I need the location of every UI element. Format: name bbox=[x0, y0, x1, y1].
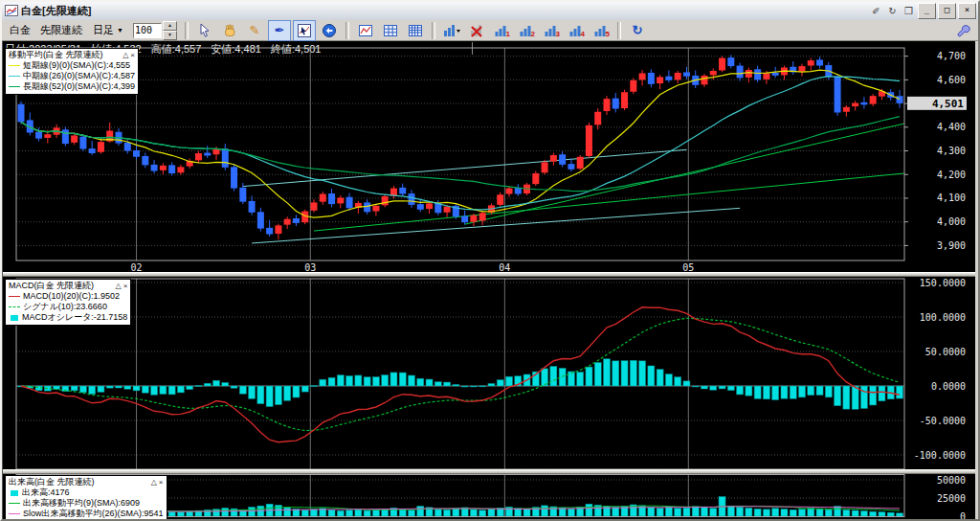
svg-text:4,501: 4,501 bbox=[932, 98, 964, 110]
sma52-swatch bbox=[9, 86, 20, 87]
svg-text:-50.0000: -50.0000 bbox=[920, 416, 966, 426]
series-label: 先限連続 bbox=[40, 23, 82, 37]
chevron-down-icon: ▼ bbox=[117, 27, 123, 34]
ma-legend-title: 移動平均(白金 先限連続) bbox=[9, 50, 103, 60]
legend-close-icon[interactable]: × bbox=[123, 281, 128, 291]
remove-indicator-button[interactable] bbox=[465, 20, 488, 41]
toolbar-separator bbox=[617, 22, 621, 39]
macd-line-swatch bbox=[9, 296, 20, 297]
bars-count-spinner[interactable]: ▲▼ bbox=[133, 21, 177, 40]
reload-icon: ↻ bbox=[632, 24, 642, 36]
pencil-draw-button[interactable]: ✎ bbox=[243, 20, 266, 41]
svg-text:100.0000: 100.0000 bbox=[920, 312, 966, 323]
volume-legend-title: 出来高(白金 先限連続) bbox=[9, 477, 95, 487]
grid-layout-button[interactable] bbox=[379, 20, 402, 41]
svg-text:4,400: 4,400 bbox=[937, 122, 966, 132]
svg-text:0: 0 bbox=[960, 511, 966, 520]
volume-legend-box[interactable]: 出来高(白金 先限連続) △× 出来高:4176 出来高移動平均(9)(SMA)… bbox=[5, 475, 167, 521]
volume-ma26-value: Slow出来高移動平均(26)(SMA):9541 bbox=[23, 509, 164, 519]
sma9-swatch bbox=[9, 65, 20, 66]
svg-text:50000: 50000 bbox=[937, 475, 966, 486]
toolbar-separator bbox=[432, 22, 435, 39]
main-candlestick-chart-canvas[interactable]: 4,7004,6004,5004,4004,3004,2004,1004,000… bbox=[3, 46, 973, 274]
ma-legend-box[interactable]: 移動平均(白金 先限連続) △× 短期線(9)(0)(SMA)(C):4,555… bbox=[5, 48, 139, 95]
spin-down-icon[interactable]: ▼ bbox=[163, 31, 177, 40]
app-chart-icon bbox=[5, 3, 18, 20]
period-dropdown[interactable]: 日足▼ bbox=[91, 22, 125, 38]
oscillator-value: MACDオシレータ:-21.7158 bbox=[22, 312, 127, 323]
legend-minimize-icon[interactable]: △ bbox=[116, 281, 122, 291]
hand-pan-button[interactable] bbox=[218, 20, 241, 41]
draw-tool-icon[interactable]: ✐ bbox=[869, 5, 883, 18]
chart-layout-5-button[interactable]: 5 bbox=[590, 20, 612, 41]
macd-value: MACD(10)(20)(C):1.9502 bbox=[23, 291, 120, 302]
signal-line-swatch bbox=[9, 306, 20, 307]
sma9-value: 短期線(9)(0)(SMA)(C):4,555 bbox=[23, 60, 130, 71]
volume-swatch bbox=[11, 490, 18, 496]
bars-count-input[interactable] bbox=[133, 23, 162, 38]
oscillator-swatch bbox=[11, 315, 18, 321]
chart-region: 日付:2023/05/31始値:4,532高値:4,557安値:4,481終値:… bbox=[2, 41, 975, 521]
volume-value: 出来高:4176 bbox=[22, 487, 70, 498]
navigate-back-button[interactable] bbox=[318, 20, 341, 41]
spin-up-icon[interactable]: ▲ bbox=[163, 21, 177, 31]
svg-text:4,000: 4,000 bbox=[937, 216, 966, 227]
sma26-swatch bbox=[9, 76, 20, 77]
chart-layout-2-button[interactable]: 2 bbox=[515, 20, 538, 41]
svg-text:4,700: 4,700 bbox=[937, 51, 966, 61]
new-chart-panel-button[interactable] bbox=[354, 20, 377, 41]
pencil-icon: ✎ bbox=[249, 24, 259, 36]
pen-annotate-button[interactable]: ✒ bbox=[268, 20, 291, 41]
toolbar-separator bbox=[345, 22, 349, 39]
macd-chart-canvas[interactable]: 150.0000100.000050.00000.0000-50.0000-10… bbox=[3, 277, 973, 471]
sma52-value: 長期線(52)(0)(SMA)(C):4,399 bbox=[23, 81, 135, 92]
settings-wrench-icon[interactable] bbox=[956, 24, 970, 42]
refresh-window-icon[interactable]: ↻ bbox=[885, 5, 900, 18]
svg-text:150.0000: 150.0000 bbox=[920, 278, 966, 288]
macd-legend-title: MACD(白金 先限連続) bbox=[9, 281, 94, 291]
indicator-menu-button[interactable] bbox=[440, 20, 463, 41]
close-button[interactable]: × bbox=[958, 3, 976, 19]
title-bar[interactable]: 白金[先限連続] ✐ ↻ ❐ _ □ × bbox=[2, 2, 978, 21]
chart-layout-3-button[interactable]: 3 bbox=[540, 20, 563, 41]
volume-ma9-value: 出来高移動平均(9)(SMA):6909 bbox=[23, 498, 140, 509]
chart-window: 白金[先限連続] ✐ ↻ ❐ _ □ × 白金 先限連続 日足▼ ▲▼ ✎ ✒ bbox=[0, 0, 980, 521]
svg-text:4,600: 4,600 bbox=[937, 75, 966, 85]
legend-minimize-icon[interactable]: △ bbox=[122, 50, 128, 60]
chart-layout-1-button[interactable]: 1 bbox=[490, 20, 513, 41]
legend-close-icon[interactable]: × bbox=[159, 477, 164, 487]
svg-text:4,100: 4,100 bbox=[937, 193, 966, 203]
svg-text:4,200: 4,200 bbox=[937, 170, 966, 180]
legend-close-icon[interactable]: × bbox=[130, 50, 135, 60]
legend-minimize-icon[interactable]: △ bbox=[151, 477, 157, 487]
reload-chart-button[interactable]: ↻ bbox=[626, 20, 649, 41]
svg-text:0.0000: 0.0000 bbox=[931, 381, 966, 392]
toolbar-separator bbox=[185, 22, 189, 39]
symbol-label: 白金 bbox=[10, 23, 31, 37]
window-title: 白金[先限連続] bbox=[21, 4, 91, 18]
svg-text:4,300: 4,300 bbox=[937, 146, 966, 156]
crosshair-chart-button[interactable] bbox=[293, 20, 316, 41]
maximize-button[interactable]: □ bbox=[938, 3, 956, 19]
signal-value: シグナル(10):23.6660 bbox=[23, 302, 107, 312]
macd-legend-box[interactable]: MACD(白金 先限連続) △× MACD(10)(20)(C):1.9502 … bbox=[5, 279, 131, 326]
select-cursor-button[interactable] bbox=[193, 20, 216, 41]
toolbar: 白金 先限連続 日足▼ ▲▼ ✎ ✒ 1 2 3 4 5 ↻ bbox=[2, 20, 978, 41]
svg-text:25000: 25000 bbox=[937, 493, 966, 504]
dense-grid-layout-button[interactable] bbox=[404, 20, 427, 41]
svg-text:3,900: 3,900 bbox=[937, 240, 966, 251]
cascade-windows-icon[interactable]: ❐ bbox=[902, 5, 916, 18]
volume-ma26-swatch bbox=[9, 513, 20, 514]
chart-layout-4-button[interactable]: 4 bbox=[565, 20, 588, 41]
pen-icon: ✒ bbox=[274, 24, 284, 36]
svg-text:50.0000: 50.0000 bbox=[925, 347, 966, 357]
minimize-button[interactable]: _ bbox=[918, 3, 936, 19]
volume-ma9-swatch bbox=[9, 503, 20, 504]
sma26-value: 中期線(26)(0)(SMA)(C):4,587 bbox=[23, 71, 135, 81]
svg-text:-100.0000: -100.0000 bbox=[914, 450, 966, 461]
